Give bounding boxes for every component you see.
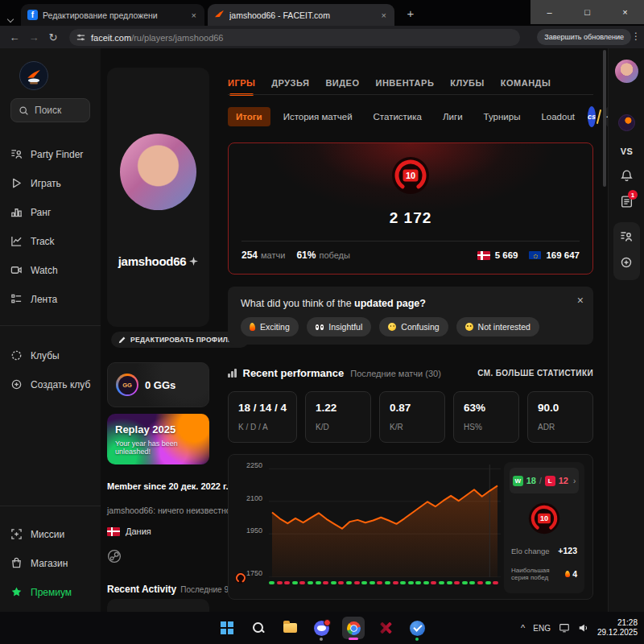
steam-icon[interactable] [107,549,122,564]
match-result-loss[interactable] [493,581,498,584]
finish-update-button[interactable]: Завершить обновление [537,29,631,45]
browser-menu-icon[interactable]: ⋮ [631,31,641,42]
chrome-button-active[interactable] [342,617,365,639]
match-result-win[interactable] [408,581,414,584]
party-finder-icon[interactable] [620,230,633,243]
match-result-win[interactable] [385,581,390,584]
feedback-confusing-button[interactable]: Confusing [379,317,448,336]
match-result-win[interactable] [485,581,491,584]
discord-button[interactable] [311,617,332,638]
match-result-win[interactable] [308,581,313,584]
reload-button[interactable]: ↻ [43,31,63,43]
taskbar-search-button[interactable] [248,617,269,638]
subtab-leagues[interactable]: Лиги [435,107,471,126]
notifications-bell-icon[interactable] [620,169,634,183]
tab-teams[interactable]: КОМАНДЫ [501,78,551,94]
match-result-win[interactable] [361,581,367,584]
search-input[interactable]: Поиск [10,98,90,122]
subtab-tournaments[interactable]: Турниры [476,107,529,126]
address-bar[interactable]: faceit.com/ru/players/jamshood66 [69,29,520,46]
sidebar-item-party-finder[interactable]: Party Finder [10,148,83,160]
match-result-loss[interactable] [354,581,360,584]
match-result-win[interactable] [316,581,321,584]
sidebar-item-shop[interactable]: Магазин [10,557,68,569]
tab-friends[interactable]: ДРУЗЬЯ [271,78,309,94]
match-result-win[interactable] [462,581,468,584]
tray-expand-icon[interactable]: ^ [521,623,525,633]
cs2-game-icon[interactable]: cs [588,106,596,127]
country-ranking[interactable]: 5 669 [477,250,518,260]
match-result-win[interactable] [369,581,375,584]
sidebar-item-clubs[interactable]: Клубы [10,349,60,361]
tab-close-icon[interactable]: × [380,10,388,20]
subtab-match-history[interactable]: История матчей [275,107,361,126]
tab-close-icon[interactable]: × [190,10,198,20]
match-result-win[interactable] [439,581,444,584]
match-result-win[interactable] [400,581,406,584]
new-tab-button[interactable]: + [402,6,419,20]
feedback-insightful-button[interactable]: Insightful [307,317,372,336]
tab-inventory[interactable]: ИНВЕНТАРЬ [376,78,435,94]
match-result-win[interactable] [415,581,421,584]
display-tray-icon[interactable] [559,622,570,634]
site-settings-icon[interactable] [76,32,86,43]
replay-2025-banner[interactable]: Replay 2025 Your year has been unleashed… [107,414,209,464]
user-avatar[interactable] [615,60,638,83]
match-result-loss[interactable] [338,581,344,584]
match-result-win[interactable] [469,581,475,584]
match-result-win[interactable] [423,581,429,584]
language-indicator[interactable]: ENG [533,624,551,633]
tab-clubs[interactable]: КЛУБЫ [450,78,484,94]
sidebar-item-create-club[interactable]: Создать клуб [10,378,90,390]
file-explorer-button[interactable] [279,617,300,638]
faceit-client-button[interactable] [375,617,396,638]
anticheat-app-button[interactable] [407,617,427,638]
sidebar-item-premium[interactable]: Премиум [10,586,72,598]
sidebar-item-feed[interactable]: Лента [10,293,57,305]
match-result-loss[interactable] [284,581,290,584]
window-restore-button[interactable]: □ [568,0,606,24]
back-button[interactable]: ← [5,31,24,43]
tab-games[interactable]: ИГРЫ [228,78,255,94]
browser-tab-inactive[interactable]: f Редактирование предложени × [21,4,204,26]
match-result-win[interactable] [447,581,452,584]
win-loss-summary[interactable]: W 18 / L 12 › [510,468,579,493]
match-result-loss[interactable] [277,581,283,584]
feedback-not-interested-button[interactable]: Not interested [456,317,539,336]
match-result-loss[interactable] [299,581,305,584]
match-result-loss[interactable] [477,581,483,584]
start-button[interactable] [217,617,237,638]
page-scrollbar[interactable] [603,50,606,187]
ggs-card[interactable]: GG 0 GGs [107,362,209,407]
match-result-win[interactable] [292,581,298,584]
club-shortcut-icon[interactable] [618,114,635,131]
tab-search-icon[interactable] [8,10,13,25]
elo-line-chart[interactable] [269,464,501,577]
invite-plus-icon[interactable] [620,256,633,269]
window-close-button[interactable]: × [606,0,644,24]
volume-tray-icon[interactable] [578,622,589,634]
region-ranking[interactable]: 169 647 [529,250,580,260]
subtab-overview[interactable]: Итоги [228,107,270,126]
match-result-loss[interactable] [323,581,328,584]
match-result-loss[interactable] [377,581,382,584]
profile-avatar[interactable] [120,134,196,210]
forward-button[interactable]: → [24,31,43,43]
match-result-loss[interactable] [393,581,398,584]
sidebar-item-track[interactable]: Track [10,235,55,247]
match-result-win[interactable] [346,581,352,584]
clock[interactable]: 21:28 29.12.2025 [597,618,638,638]
sidebar-item-rank[interactable]: Ранг [10,206,51,218]
sidebar-item-watch[interactable]: Watch [10,264,58,276]
see-more-stats-link[interactable]: СМ. БОЛЬШЕ СТАТИСТИКИ [477,369,593,378]
subtab-loadout[interactable]: Loadout [533,107,583,126]
browser-tab-active[interactable]: jamshood66 - FACEIT.com × [208,4,394,26]
close-icon[interactable]: × [577,294,584,307]
sidebar-item-play[interactable]: Играть [10,177,61,189]
tab-videos[interactable]: ВИДЕО [325,78,359,94]
sidebar-item-missions[interactable]: Миссии [10,528,64,540]
match-result-win[interactable] [269,581,275,584]
vs-label[interactable]: VS [609,147,644,156]
subtab-statistics[interactable]: Статистика [365,107,430,126]
match-result-win[interactable] [331,581,336,584]
